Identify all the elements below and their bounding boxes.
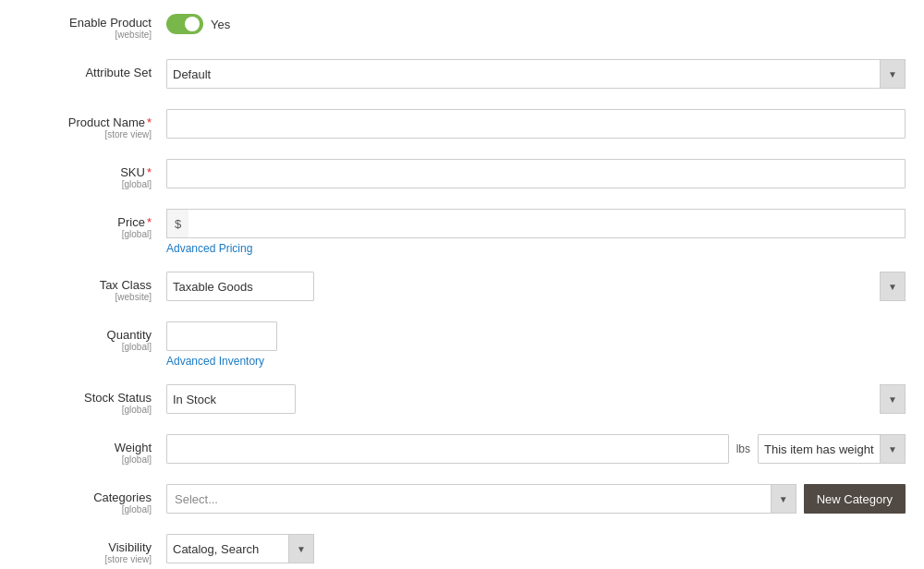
weight-label: Weight [global] [18,434,166,465]
weight-field: lbs This item has weight This item has n… [166,434,906,464]
quantity-input[interactable] [166,321,277,351]
visibility-wrap: Not Visible Individually Catalog Search … [166,534,906,563]
visibility-select[interactable]: Not Visible Individually Catalog Search … [166,534,314,563]
visibility-row: Visibility [store view] Not Visible Indi… [18,534,906,567]
price-input-wrap: $ [166,209,906,238]
sku-input[interactable] [166,159,906,188]
product-name-label: Product Name* [store view] [18,109,166,139]
advanced-inventory-link[interactable]: Advanced Inventory [166,355,906,368]
visibility-select-wrap: Not Visible Individually Catalog Search … [166,534,314,563]
enable-product-row: Enable Product [website] Yes [18,9,906,42]
tax-class-select[interactable]: None Taxable Goods [166,272,314,301]
product-name-input[interactable] [166,109,906,139]
attribute-set-select[interactable]: Default [166,59,906,89]
price-label: Price* [global] [18,209,166,239]
quantity-label: Quantity [global] [18,321,166,352]
tax-class-field: None Taxable Goods ▼ [166,272,906,301]
categories-select-wrap: Select... ▼ [166,484,796,514]
price-row: Price* [global] $ Advanced Pricing [18,209,906,255]
categories-select[interactable]: Select... [166,484,796,514]
stock-status-row: Stock Status [global] In Stock Out of St… [18,384,906,418]
enable-product-toggle[interactable] [166,14,203,34]
enable-product-toggle-wrap: Yes [166,9,906,34]
stock-status-select[interactable]: In Stock Out of Stock [166,384,296,414]
advanced-pricing-link[interactable]: Advanced Pricing [166,242,906,255]
categories-wrap: Select... ▼ New Category [166,484,906,514]
categories-row: Categories [global] Select... ▼ New Cate… [18,484,906,517]
enable-product-label: Enable Product [website] [18,9,166,40]
tax-class-label: Tax Class [website] [18,272,166,302]
quantity-row: Quantity [global] Advanced Inventory [18,321,906,368]
sku-row: SKU* [global] [18,159,906,192]
quantity-field: Advanced Inventory [166,321,906,368]
weight-row: Weight [global] lbs This item has weight… [18,434,906,467]
stock-status-dropdown-icon: ▼ [880,384,906,414]
product-name-field [166,109,906,139]
attribute-set-row: Attribute Set Default ▼ [18,59,906,92]
stock-status-label: Stock Status [global] [18,384,166,415]
attribute-set-select-wrap: Default ▼ [166,59,906,89]
price-field: $ Advanced Pricing [166,209,906,255]
attribute-set-field: Default ▼ [166,59,906,89]
visibility-field: Not Visible Individually Catalog Search … [166,534,906,563]
tax-class-row: Tax Class [website] None Taxable Goods ▼ [18,272,906,305]
weight-unit: lbs [736,442,750,455]
visibility-label: Visibility [store view] [18,534,166,564]
sku-label: SKU* [global] [18,159,166,189]
stock-status-select-wrap: In Stock Out of Stock ▼ [166,384,906,414]
toggle-slider [166,14,203,34]
tax-class-dropdown-icon: ▼ [880,272,906,301]
categories-field: Select... ▼ New Category [166,484,906,514]
new-category-button[interactable]: New Category [804,484,906,514]
product-name-row: Product Name* [store view] [18,109,906,142]
stock-status-field: In Stock Out of Stock ▼ [166,384,906,414]
sku-field [166,159,906,188]
enable-product-value: Yes [211,18,230,31]
tax-class-select-wrap: None Taxable Goods ▼ [166,272,906,301]
attribute-set-label: Attribute Set [18,59,166,79]
categories-label: Categories [global] [18,484,166,515]
weight-input[interactable] [166,434,729,464]
enable-product-field: Yes [166,9,906,34]
price-prefix: $ [166,209,188,238]
weight-type-select-wrap: This item has weight This item has no we… [758,434,906,464]
price-input[interactable] [188,209,906,238]
weight-wrap: lbs This item has weight This item has n… [166,434,906,464]
weight-type-select[interactable]: This item has weight This item has no we… [758,434,906,464]
